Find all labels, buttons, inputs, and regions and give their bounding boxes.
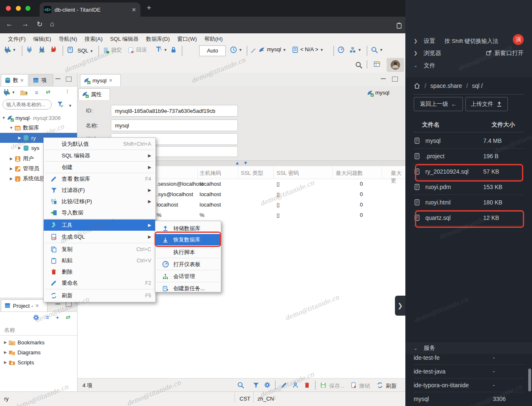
- menu-view-database[interactable]: 查看 数据库F4: [44, 173, 155, 184]
- user-avatar-button[interactable]: [387, 58, 404, 72]
- save-disk-icon[interactable]: [320, 381, 327, 389]
- rollback-button[interactable]: 回滚: [127, 46, 147, 54]
- menu-sql-editor[interactable]: SQL 编辑器▶: [44, 150, 155, 161]
- tree-node-system-info[interactable]: ▶ 系统信息: [8, 174, 45, 184]
- link-editor-icon[interactable]: ⇄: [46, 89, 50, 95]
- menu-copy[interactable]: 复制Ctrl+C: [44, 244, 155, 255]
- menu-filter[interactable]: 过滤器(F)▶: [44, 184, 155, 196]
- menu-generate-sql[interactable]: SQL生成 SQL▶: [44, 231, 155, 242]
- menu-rename[interactable]: 重命名F2: [44, 277, 155, 289]
- active-connection-combo[interactable]: mysql ▼: [258, 46, 286, 53]
- table-filter-input[interactable]: [2, 100, 52, 110]
- forward-icon[interactable]: →: [22, 20, 29, 28]
- menu-edit[interactable]: 编辑(E): [30, 35, 55, 43]
- menu-tools[interactable]: 工具▶: [44, 219, 155, 231]
- tab-properties[interactable]: 属性: [78, 88, 110, 100]
- history-clock-icon[interactable]: ▼: [230, 46, 242, 53]
- new-connection-icon[interactable]: ▼: [2, 89, 15, 96]
- sidebar-collapse-handle[interactable]: ❯: [395, 296, 405, 316]
- grid-settings-gear-icon[interactable]: [264, 381, 271, 389]
- search-toolbar-icon[interactable]: ▼: [371, 46, 383, 53]
- menu-sql-editor[interactable]: SQL 编辑器: [106, 35, 142, 43]
- file-row-ruoyi-html[interactable]: ruoyi.html180 KB: [414, 194, 524, 210]
- sql-mode-button[interactable]: SQL ▼: [77, 47, 93, 54]
- add-user-icon[interactable]: [292, 381, 299, 389]
- view-menu-dots-icon[interactable]: ⁞: [67, 88, 69, 95]
- clipboard-icon[interactable]: [396, 21, 402, 29]
- new-tab-button[interactable]: +: [147, 3, 151, 12]
- maximize-panel-icon[interactable]: [66, 77, 72, 82]
- minimize-panel-icon[interactable]: [55, 78, 60, 80]
- edit-pencil-icon[interactable]: [281, 381, 287, 389]
- close-window-button[interactable]: [6, 6, 11, 11]
- menu-delete[interactable]: 删除: [44, 266, 155, 277]
- reload-icon[interactable]: ↻: [37, 20, 42, 29]
- reconnect-icon[interactable]: [38, 46, 45, 53]
- refresh-label[interactable]: 刷新: [386, 382, 397, 390]
- dashboard-gauge-icon[interactable]: [337, 46, 345, 53]
- new-folder-icon[interactable]: [20, 89, 27, 96]
- menu-window[interactable]: 窗口(W): [174, 35, 201, 43]
- minimize-panel-icon[interactable]: [55, 304, 60, 306]
- file-row-project[interactable]: .project196 B: [414, 148, 524, 164]
- menu-compare-migrate[interactable]: 比较/迁移(P)▶: [44, 196, 155, 207]
- close-tab-icon[interactable]: ✕: [132, 7, 136, 13]
- close-tab-icon[interactable]: ✕: [20, 78, 24, 83]
- menu-create[interactable]: 创建▶: [44, 162, 155, 173]
- upload-file-button[interactable]: 上传文件: [465, 97, 508, 111]
- home-icon[interactable]: ⌂: [50, 20, 54, 28]
- service-row[interactable]: mysql3306: [414, 392, 524, 406]
- filter-funnel-icon[interactable]: [57, 100, 64, 107]
- breadcrumb-space-share[interactable]: space.share: [430, 82, 462, 89]
- tree-node-diagrams[interactable]: ▶ Diagrams: [2, 347, 41, 357]
- link-editor-icon[interactable]: ⇄: [66, 314, 70, 320]
- tree-node-connection[interactable]: ▼ mysql - mysql:3306: [1, 113, 60, 123]
- tree-node-scripts[interactable]: ▶ Scripts: [2, 357, 34, 367]
- settings-gear-icon[interactable]: [32, 314, 40, 321]
- submenu-dump-database[interactable]: 转储数据库: [155, 223, 221, 234]
- id-field[interactable]: [111, 105, 238, 117]
- traffic-lights[interactable]: [6, 6, 34, 12]
- menu-file[interactable]: 文件(F): [4, 35, 30, 43]
- grid-search-icon[interactable]: [237, 381, 244, 389]
- menu-database[interactable]: 数据库(D): [142, 35, 174, 43]
- menu-import-data[interactable]: 导入数据: [44, 207, 155, 218]
- lock-toolbar-icon[interactable]: [170, 46, 177, 53]
- go-up-button[interactable]: 返回上一级←: [414, 97, 463, 111]
- col-host-mask[interactable]: 主机掩码: [200, 169, 221, 177]
- collapse-all-icon[interactable]: =: [46, 314, 49, 321]
- auto-commit-select[interactable]: Auto: [199, 45, 226, 56]
- menu-refresh[interactable]: 刷新F5: [44, 290, 155, 301]
- file-row-quartz-sql[interactable]: quartz.sql12 KB: [414, 210, 524, 226]
- sidebar-browser-row[interactable]: ❯ 浏览器 新窗口打开: [405, 47, 532, 59]
- transaction-mode-icon[interactable]: [67, 46, 74, 53]
- service-row[interactable]: ide-test-java-: [414, 364, 524, 379]
- revert-doc-icon[interactable]: [350, 381, 357, 389]
- status-dots-icon[interactable]: ⁞: [274, 395, 276, 401]
- filter-caret-icon[interactable]: ▼: [68, 102, 72, 108]
- breadcrumb-sql[interactable]: sql /: [472, 82, 483, 89]
- file-row-ruoyi-pdm[interactable]: ruoyi.pdm153 KB: [414, 179, 524, 195]
- transaction-filter-icon[interactable]: ▼: [155, 46, 167, 53]
- file-row-mysql[interactable]: mysql7.4 MB: [414, 133, 524, 149]
- splitter-up-icon[interactable]: ▲: [235, 160, 240, 165]
- disconnect-icon[interactable]: [50, 46, 57, 53]
- revert-label[interactable]: 撤销: [359, 382, 370, 390]
- menu-paste[interactable]: 粘贴Ctrl+V: [44, 255, 155, 266]
- splitter-down-icon[interactable]: ▼: [243, 160, 248, 165]
- new-connection-button[interactable]: ▼: [3, 46, 16, 54]
- name-field[interactable]: [111, 120, 238, 131]
- file-row-ry-sql[interactable]: ry_20210924.sql57 KB: [414, 164, 524, 179]
- back-icon[interactable]: ←: [6, 20, 13, 28]
- tree-node-bookmarks[interactable]: ▶ Bookmarks: [2, 337, 45, 347]
- home-icon[interactable]: [414, 82, 420, 89]
- submenu-execute-script[interactable]: 执行脚本: [155, 247, 221, 258]
- export-server-icon[interactable]: ▼: [349, 46, 362, 53]
- delete-trash-icon[interactable]: [304, 381, 310, 389]
- browser-tab[interactable]: <t> db-client - TitanIDE ✕: [40, 2, 140, 17]
- maximize-panel-icon[interactable]: [66, 302, 72, 307]
- submenu-restore-database[interactable]: 恢复数据库: [155, 234, 221, 245]
- schema-combo[interactable]: < N/A > ▼: [292, 46, 324, 53]
- col-ssl-type[interactable]: SSL 类型: [241, 169, 263, 177]
- connect-icon[interactable]: [26, 46, 33, 53]
